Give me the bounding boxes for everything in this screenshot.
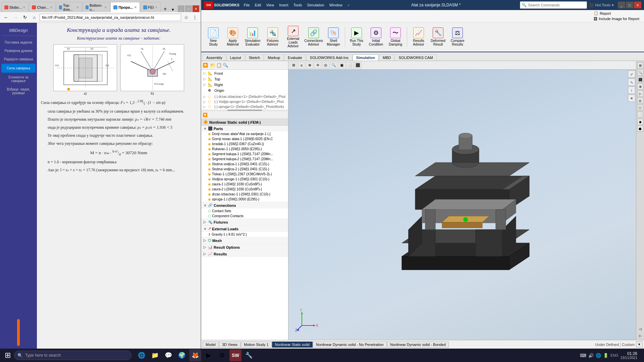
right-icon-7[interactable]: ⬡ bbox=[637, 105, 643, 111]
show-desktop-button[interactable] bbox=[639, 349, 641, 361]
tree-tool-3[interactable]: 🔍 bbox=[223, 63, 228, 68]
ribbon-btn-damping[interactable]: 〜 Global Damping bbox=[386, 24, 405, 50]
status-tab-nonlinear-bonded[interactable]: Nonlinear Dynamic solid - Bonded bbox=[387, 342, 449, 348]
part-donji-nosac[interactable]: ◉ Donji nosac alata^Alat za savijanje-1 … bbox=[201, 131, 288, 136]
part-vodjica-opruge[interactable]: ◉ Vodjica opruge-1 (-[SW]1.0301 (C10)-) bbox=[201, 177, 288, 182]
ribbon-btn-ext-loads[interactable]: ↗ External Loads Advisor bbox=[283, 24, 303, 50]
view-btn-6[interactable]: 🔍 bbox=[330, 62, 337, 69]
tab-close4[interactable]: ✕ bbox=[104, 6, 107, 9]
sw-maximize-btn[interactable]: □ bbox=[626, 2, 633, 8]
view-btn-8[interactable]: ⬜ bbox=[346, 62, 354, 69]
url-bar[interactable] bbox=[40, 14, 181, 21]
more-tabs-button[interactable]: ▾ bbox=[170, 7, 176, 12]
ribbon-btn-sim-evaluator[interactable]: 📊 Simulation Evaluator bbox=[243, 24, 262, 50]
taskbar-clock[interactable]: 01:26 23/11/2021 bbox=[621, 351, 637, 360]
sidebar-link-6[interactable]: Вођице, чауре, рукавци bbox=[1, 85, 36, 97]
viewport-collapse[interactable]: ⤡ bbox=[628, 78, 635, 86]
report-btn[interactable]: 📋 Report bbox=[592, 11, 641, 16]
tab-sketch[interactable]: Sketch bbox=[245, 54, 264, 61]
parts-section-header[interactable]: ▼ ⬛ Parts bbox=[201, 126, 288, 131]
part-caura-1[interactable]: ◉ caura-1 (-[SW]2.1030 (CuSn8P)-) bbox=[201, 182, 288, 187]
sidebar-link-1[interactable]: Поставка задатка bbox=[1, 39, 36, 46]
part-tiskac[interactable]: ◉ Tiskac-1 (-[SW]1.2367 (X38CrMoV5-3)-) bbox=[201, 172, 288, 177]
contact-sets-item[interactable]: ⬡ Contact Sets bbox=[201, 208, 288, 214]
view-btn-7[interactable]: ▣ bbox=[338, 62, 345, 69]
part-gornji-nosac[interactable]: ◉ Gornji nosac alata-1 (-[SW]0.6025 (EN-… bbox=[201, 136, 288, 141]
tab-simulation[interactable]: Simulation bbox=[353, 54, 379, 61]
view-btn-9[interactable]: ⬛ bbox=[354, 62, 362, 69]
settings-button[interactable]: ⋮ bbox=[191, 14, 199, 21]
reload-button[interactable]: ↻ bbox=[21, 13, 29, 21]
ribbon-btn-run-study[interactable]: ▶ Run This Study bbox=[347, 24, 366, 50]
filter-icon[interactable]: 🔽 bbox=[203, 63, 208, 68]
right-icon-10[interactable]: ⬢ bbox=[637, 126, 643, 132]
tree-tool-2[interactable]: 📋 bbox=[216, 63, 222, 68]
taskbar-app-files[interactable]: 📁 bbox=[149, 349, 161, 361]
tray-icon-network[interactable]: 🌐 bbox=[596, 353, 601, 358]
view-btn-5[interactable]: ◎ bbox=[322, 62, 329, 69]
tree-item-front[interactable]: ▷ 📐 Front bbox=[201, 70, 288, 76]
tab-assembly[interactable]: Assembly bbox=[203, 54, 226, 61]
browser-tab-chan[interactable]: Chan... ✕ bbox=[29, 2, 55, 12]
menu-file[interactable]: File bbox=[241, 2, 252, 8]
viewport-expand[interactable]: ⤢ bbox=[628, 70, 635, 78]
menu-insert[interactable]: Insert bbox=[277, 2, 291, 8]
status-tab-motion[interactable]: Motion Study 1 bbox=[241, 342, 271, 348]
sidebar-link-2[interactable]: Развијена дужина bbox=[1, 47, 36, 55]
bookmark-button[interactable]: ☆ bbox=[182, 14, 190, 21]
right-icon-6[interactable]: ◎ bbox=[637, 98, 643, 104]
tree-item-origin[interactable]: ⊕ Origin bbox=[201, 87, 288, 93]
restore-btn[interactable]: □ bbox=[185, 5, 192, 12]
tab-evaluate[interactable]: Evaluate bbox=[284, 54, 306, 61]
start-button[interactable]: ⊞ bbox=[3, 351, 13, 360]
viewport-close[interactable]: ✕ bbox=[628, 95, 635, 102]
tray-icon-battery[interactable]: 🔋 bbox=[603, 353, 608, 358]
right-icon-5[interactable]: ▷ bbox=[637, 90, 643, 97]
results-section[interactable]: ▷ 📈 Results bbox=[201, 250, 288, 257]
ribbon-btn-compare[interactable]: ⚖ Compare Results bbox=[448, 24, 467, 50]
browser-tab-active[interactable]: Прора... ✕ bbox=[110, 2, 140, 12]
result-options-section[interactable]: ▷ 📊 Result Options bbox=[201, 244, 288, 250]
right-icon-2[interactable]: 🔍 bbox=[637, 69, 643, 75]
browser-tab-topdown[interactable]: Top-dow... ✕ bbox=[56, 2, 82, 12]
status-tab-nonlinear-nopenetration[interactable]: Nonlinear Dynamic solid - No Penetration bbox=[313, 342, 387, 348]
viewport-restore[interactable]: ↕ bbox=[628, 86, 635, 94]
taskbar-search-bar[interactable]: Type here to search bbox=[14, 351, 131, 360]
taskbar-app-edge[interactable]: 🌐 bbox=[136, 349, 148, 361]
tab-close3[interactable]: ✕ bbox=[76, 6, 79, 9]
part-caura-2[interactable]: ◉ caura-2 (-[SW]2.1030 (CuSn8P)-) bbox=[201, 187, 288, 192]
ribbon-btn-initial[interactable]: ⚙ Initial Condition bbox=[367, 24, 385, 50]
sidebar-link-3[interactable]: Радијуси савијања bbox=[1, 55, 36, 63]
forward-button[interactable]: → bbox=[11, 13, 19, 21]
tree-tool-1[interactable]: 📁 bbox=[210, 63, 215, 68]
sw-minimize-btn[interactable]: _ bbox=[618, 2, 625, 8]
ribbon-btn-apply-material[interactable]: 🎨 Apply Material bbox=[223, 24, 242, 50]
taskbar-app-viber[interactable]: 💬 bbox=[162, 349, 174, 361]
tab-cam[interactable]: SOLIDWORKS CAM bbox=[395, 54, 436, 61]
part-stubna-1[interactable]: ◉ Stubna vodjica-1 (-[SW]1.0401 (C15)-) bbox=[201, 162, 288, 167]
tab-close2[interactable]: ✕ bbox=[50, 6, 53, 9]
component-contacts-item[interactable]: ⬡ Component Contacts bbox=[201, 214, 288, 219]
right-icon-bottom-1[interactable]: ◁ bbox=[637, 326, 643, 332]
taskbar-app-sw2[interactable]: SW bbox=[229, 349, 241, 361]
sw-close-btn[interactable]: ✕ bbox=[634, 2, 641, 8]
view-btn-2[interactable]: ≡ bbox=[298, 62, 305, 69]
sidebar-link-active[interactable]: Сила савијања bbox=[1, 64, 36, 73]
taskbar-app-sw[interactable]: ⚙ bbox=[216, 349, 228, 361]
status-tab-3dviews[interactable]: 3D Views bbox=[219, 342, 240, 348]
part-opruga[interactable]: ◉ opruga-1 (-[SW]1.0050 (E295)-) bbox=[201, 197, 288, 202]
right-icon-bottom-2[interactable]: ▷ bbox=[637, 333, 643, 339]
browser-tab-fei[interactable]: FEI ✕ bbox=[140, 2, 161, 12]
right-icon-9[interactable]: ◆ bbox=[637, 119, 643, 125]
taskbar-app-firefox[interactable]: 🦊 bbox=[189, 349, 201, 361]
tab-markup[interactable]: Markup bbox=[264, 54, 284, 61]
menu-simulation[interactable]: Simulation bbox=[305, 2, 326, 8]
status-dropdown[interactable]: ▾ bbox=[636, 341, 643, 348]
new-tab-button[interactable]: + bbox=[161, 6, 169, 12]
right-icon-3[interactable]: ⬛ bbox=[637, 76, 643, 82]
ribbon-btn-fixtures[interactable]: 🔩 Fixtures Advisor bbox=[263, 24, 282, 50]
ext-loads-section[interactable]: ▼ ↗ External Loads bbox=[201, 225, 288, 232]
menu-tools[interactable]: Tools bbox=[291, 2, 305, 8]
part-stubna-2[interactable]: ◉ Stubna vodjica-2 (-[SW]1.0401 (C15)-) bbox=[201, 167, 288, 172]
tree-item-top[interactable]: ▷ 📐 Top bbox=[201, 76, 288, 82]
